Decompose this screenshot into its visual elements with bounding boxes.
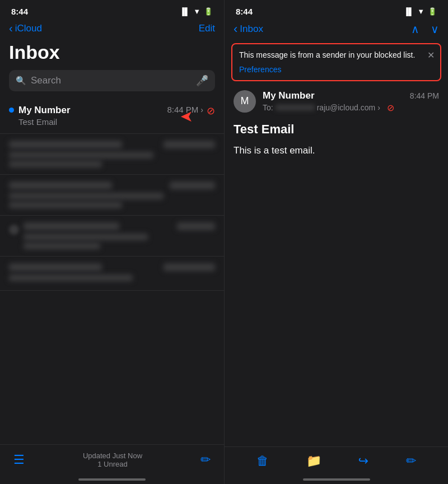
back-chevron-icon: ‹ bbox=[9, 22, 13, 35]
email-subject-first: Test Email bbox=[18, 117, 162, 127]
folder-icon[interactable]: 📁 bbox=[306, 454, 321, 468]
left-status-bar: 8:44 ▐▌ ▼ 🔋 bbox=[0, 0, 224, 20]
up-chevron-icon[interactable]: ∧ bbox=[411, 22, 419, 36]
wifi-icon: ▼ bbox=[193, 7, 200, 16]
home-indicator-left bbox=[78, 478, 146, 481]
signal-icon: ▐▌ bbox=[180, 7, 190, 16]
preferences-link[interactable]: Preferences bbox=[239, 65, 281, 74]
email-item-first[interactable]: My Number Test Email 8:44 PM › ⊘ ➤ bbox=[0, 98, 224, 134]
updated-text: Updated Just Now bbox=[83, 452, 142, 460]
right-nav-controls: ∧ ∨ bbox=[411, 22, 439, 36]
email-detail-body: Test Email This is a test email. bbox=[225, 120, 448, 167]
email-detail-subject: Test Email bbox=[234, 122, 439, 137]
compose-right-icon[interactable]: ✏ bbox=[406, 454, 416, 468]
bottom-center: Updated Just Now 1 Unread bbox=[83, 452, 142, 468]
edit-button[interactable]: Edit bbox=[199, 23, 215, 34]
back-label: iCloud bbox=[15, 23, 42, 34]
search-placeholder: Search bbox=[31, 75, 192, 86]
right-back-chevron-icon: ‹ bbox=[234, 22, 237, 36]
email-content-first: My Number Test Email bbox=[18, 105, 162, 127]
right-nav: ‹ Inbox ∧ ∨ bbox=[225, 20, 448, 41]
left-panel: 8:44 ▐▌ ▼ 🔋 ‹ iCloud Edit Inbox 🔍 Search… bbox=[0, 0, 224, 484]
blurred-row-2[interactable] bbox=[0, 175, 224, 216]
trash-icon[interactable]: 🗑 bbox=[256, 454, 269, 468]
blurred-row-1[interactable] bbox=[0, 134, 224, 175]
email-detail-text: This is a test email. bbox=[234, 143, 439, 158]
email-detail-meta: My Number 8:44 PM To: raju@icloud.com › … bbox=[263, 90, 439, 113]
to-chevron-icon: › bbox=[377, 103, 380, 112]
email-chevron-icon: › bbox=[200, 105, 203, 114]
right-status-time: 8:44 bbox=[236, 7, 253, 16]
home-indicator-right bbox=[303, 478, 370, 481]
banner-close-button[interactable]: ✕ bbox=[427, 50, 435, 61]
reply-icon[interactable]: ↩ bbox=[358, 454, 368, 468]
sender-avatar: M bbox=[234, 90, 256, 113]
compose-icon[interactable]: ✏ bbox=[200, 453, 211, 467]
email-sender-first: My Number bbox=[18, 105, 162, 116]
left-nav-bar: ‹ iCloud Edit bbox=[0, 20, 224, 39]
blocked-banner-text: This message is from a sender in your bl… bbox=[239, 50, 433, 61]
inbox-label: Inbox bbox=[240, 24, 263, 35]
to-address-blurred bbox=[276, 105, 315, 110]
detail-sender-name: My Number bbox=[263, 90, 315, 101]
inbox-back-button[interactable]: ‹ Inbox bbox=[234, 22, 263, 36]
left-status-icons: ▐▌ ▼ 🔋 bbox=[180, 7, 213, 16]
detail-blocked-icon: ⊘ bbox=[387, 103, 394, 113]
unread-count: 1 Unread bbox=[83, 460, 142, 468]
email-list: My Number Test Email 8:44 PM › ⊘ ➤ bbox=[0, 98, 224, 444]
blocked-icon-first: ⊘ bbox=[207, 105, 215, 117]
right-signal-icon: ▐▌ bbox=[404, 7, 414, 16]
battery-icon: 🔋 bbox=[204, 7, 213, 16]
email-time-first: 8:44 PM › bbox=[167, 105, 203, 114]
blurred-row-4[interactable] bbox=[0, 257, 224, 291]
blurred-row-3[interactable] bbox=[0, 216, 224, 257]
email-detail-header: M My Number 8:44 PM To: raju@icloud.com … bbox=[225, 86, 448, 120]
mailbox-icon[interactable]: ☰ bbox=[13, 453, 25, 467]
inbox-title: Inbox bbox=[0, 39, 224, 70]
right-wifi-icon: ▼ bbox=[417, 7, 424, 16]
search-bar[interactable]: 🔍 Search 🎤 bbox=[9, 70, 215, 91]
detail-to-address: raju@icloud.com bbox=[317, 103, 375, 112]
right-status-bar: 8:44 ▐▌ ▼ 🔋 bbox=[225, 0, 448, 20]
detail-to-row: To: raju@icloud.com › ⊘ bbox=[263, 103, 439, 113]
back-button[interactable]: ‹ iCloud bbox=[9, 22, 42, 35]
left-status-time: 8:44 bbox=[11, 7, 28, 16]
blocked-banner: This message is from a sender in your bl… bbox=[231, 43, 441, 81]
down-chevron-icon[interactable]: ∨ bbox=[431, 22, 439, 36]
right-status-icons: ▐▌ ▼ 🔋 bbox=[404, 7, 437, 16]
unread-dot bbox=[9, 108, 14, 113]
right-panel: 8:44 ▐▌ ▼ 🔋 ‹ Inbox ∧ ∨ This message is … bbox=[224, 0, 448, 484]
search-icon: 🔍 bbox=[16, 76, 26, 86]
right-battery-icon: 🔋 bbox=[428, 7, 437, 16]
mic-icon: 🎤 bbox=[196, 75, 208, 87]
detail-to-label: To: bbox=[263, 103, 273, 112]
detail-sender-row: My Number 8:44 PM bbox=[263, 90, 439, 101]
detail-time: 8:44 PM bbox=[410, 91, 439, 100]
